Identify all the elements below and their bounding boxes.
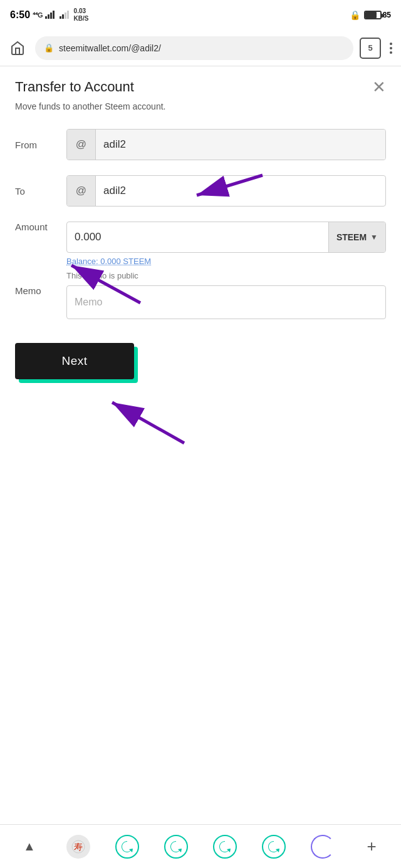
next-button-container: Next: [15, 337, 386, 392]
amount-input[interactable]: [67, 222, 328, 252]
from-at-symbol: @: [67, 130, 96, 160]
amount-row: Amount STEEM ▼ Balance: 0.000 STEEM: [15, 222, 386, 266]
status-icons: ⁴⁴G 0.03KB/S: [33, 8, 88, 23]
up-arrow-icon: ▲: [23, 839, 36, 854]
nav-app4-icon: [213, 835, 237, 859]
amount-label: Amount: [15, 222, 59, 232]
signal-bars: [45, 10, 58, 20]
svg-rect-6: [65, 13, 66, 19]
from-input[interactable]: [96, 130, 385, 160]
nav-app5-button[interactable]: [260, 833, 288, 860]
status-left: 6:50 ⁴⁴G 0.03KB/S: [10, 8, 89, 23]
chevron-down-icon: ▼: [370, 233, 378, 242]
currency-select[interactable]: STEEM ▼: [328, 222, 385, 252]
svg-rect-3: [53, 11, 55, 19]
home-button[interactable]: [6, 37, 29, 59]
to-input-group: @: [66, 175, 386, 207]
nav-app3-icon: [164, 835, 188, 859]
currency-label: STEEM: [336, 232, 367, 242]
menu-dot: [390, 51, 392, 54]
from-row: From @: [15, 129, 386, 160]
nav-app2-button[interactable]: [113, 833, 141, 860]
svg-rect-2: [50, 13, 52, 19]
plus-icon: +: [367, 837, 376, 856]
browser-bar: 🔒 steemitwallet.com/@adil2/ 5: [0, 30, 401, 66]
memo-row: Memo: [15, 285, 386, 319]
next-button[interactable]: Next: [15, 343, 134, 379]
menu-dot: [390, 47, 392, 49]
svg-rect-5: [62, 14, 64, 19]
form-title: Transfer to Account: [15, 79, 386, 95]
spacer: [0, 404, 401, 655]
to-at-symbol: @: [67, 176, 96, 206]
menu-dot: [390, 43, 392, 45]
close-button[interactable]: ✕: [372, 79, 386, 95]
memo-public-note: This memo is public: [66, 271, 386, 280]
network-icon: ⁴⁴G: [33, 11, 43, 19]
svg-rect-7: [67, 11, 69, 19]
battery-percent: 85: [383, 11, 391, 19]
memo-section: This memo is public Memo: [15, 271, 386, 319]
status-right: 🔒 85: [350, 10, 391, 20]
url-lock-icon: 🔒: [44, 43, 54, 53]
from-input-group: @: [66, 129, 386, 160]
memo-label: Memo: [15, 285, 59, 296]
main-content: ✕ Transfer to Account Move funds to anot…: [0, 66, 401, 404]
nav-app3-button[interactable]: [162, 833, 190, 860]
amount-group: STEEM ▼: [66, 222, 386, 253]
nav-half-circle-icon: [311, 835, 335, 859]
status-bar: 6:50 ⁴⁴G 0.03KB/S: [0, 0, 401, 30]
lock-icon: 🔒: [350, 10, 360, 20]
url-bar[interactable]: 🔒 steemitwallet.com/@adil2/: [35, 36, 353, 60]
svg-rect-1: [48, 14, 49, 19]
signal-bars-2: [60, 10, 72, 20]
nav-plus-button[interactable]: +: [358, 833, 385, 860]
svg-rect-0: [45, 16, 47, 19]
nav-app5-icon: [262, 835, 286, 859]
to-label: To: [15, 186, 59, 197]
svg-rect-4: [60, 16, 61, 19]
form-subtitle: Move funds to another Steem account.: [15, 101, 386, 111]
nav-app4-button[interactable]: [211, 833, 239, 860]
balance-text: Balance: 0.000 STEEM: [66, 257, 386, 266]
nav-app1-button[interactable]: 寿: [65, 833, 92, 860]
status-time: 6:50: [10, 9, 30, 21]
memo-input[interactable]: [66, 285, 386, 319]
to-input[interactable]: [96, 176, 385, 206]
nav-app1-icon: 寿: [66, 835, 90, 859]
nav-half-circle-button[interactable]: [309, 833, 336, 860]
nav-app2-icon: [115, 835, 139, 859]
amount-input-wrap: STEEM ▼ Balance: 0.000 STEEM: [66, 222, 386, 266]
url-text: steemitwallet.com/@adil2/: [59, 43, 345, 53]
to-row: To @: [15, 175, 386, 207]
tab-count-button[interactable]: 5: [360, 38, 381, 59]
browser-menu-button[interactable]: [387, 40, 395, 56]
from-label: From: [15, 140, 59, 150]
data-rate: 0.03KB/S: [74, 8, 89, 23]
nav-up-button[interactable]: ▲: [16, 833, 43, 860]
battery-indicator: 85: [364, 11, 391, 19]
bottom-nav: ▲ 寿: [0, 824, 401, 868]
svg-text:寿: 寿: [74, 842, 83, 852]
next-button-wrap: Next: [15, 343, 134, 379]
